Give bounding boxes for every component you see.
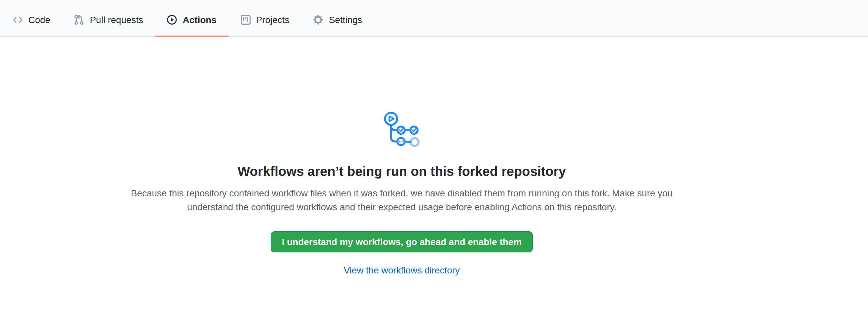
actions-disabled-blankslate: Workflows aren’t being run on this forke…: [105, 37, 698, 277]
tab-label: Projects: [256, 13, 289, 26]
tab-settings[interactable]: Settings: [301, 4, 374, 37]
git-pull-request-icon: [74, 14, 85, 25]
repo-tab-bar: Code Pull requests: [0, 0, 868, 37]
tab-projects[interactable]: Projects: [228, 4, 301, 37]
project-board-icon: [240, 14, 251, 25]
tab-label: Settings: [329, 13, 362, 26]
tab-label: Code: [28, 13, 51, 26]
workflow-graph-icon: [383, 111, 421, 148]
enable-workflows-button[interactable]: I understand my workflows, go ahead and …: [271, 231, 533, 252]
tab-code[interactable]: Code: [1, 4, 62, 37]
play-circle-icon: [167, 14, 178, 25]
gear-icon: [313, 14, 324, 25]
page-title: Workflows aren’t being run on this forke…: [238, 163, 566, 180]
description-text: Because this repository contained workfl…: [123, 186, 681, 214]
tab-actions[interactable]: Actions: [155, 4, 228, 37]
code-icon: [12, 14, 23, 25]
view-workflows-directory-link[interactable]: View the workflows directory: [344, 263, 460, 277]
tab-label: Actions: [183, 13, 217, 26]
tab-pull-requests[interactable]: Pull requests: [62, 4, 155, 37]
tab-label: Pull requests: [90, 13, 143, 26]
actions-page: Code Pull requests: [0, 0, 868, 311]
